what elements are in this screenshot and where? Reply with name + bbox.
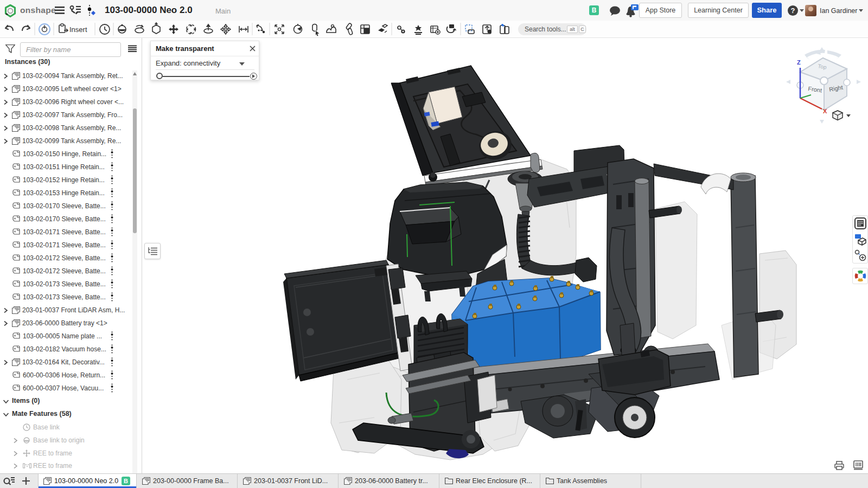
svg-text:Z: Z [797,59,801,66]
svg-text:Insert: Insert [69,25,87,34]
svg-text:X: X [823,108,827,114]
